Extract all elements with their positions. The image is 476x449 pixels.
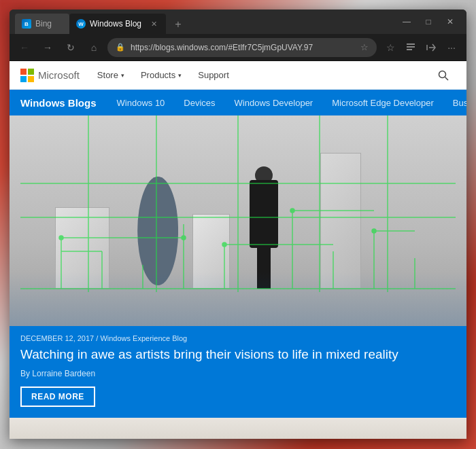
share-button[interactable] [422,38,441,57]
nav-windows10[interactable]: Windows 10 [107,90,175,115]
more-button[interactable]: ··· [442,38,461,57]
address-bar-icons: ☆ [360,42,369,52]
star-icon[interactable]: ☆ [360,42,369,52]
hero-image [10,115,466,326]
title-bar: B Bing W Windows Blog ✕ + — □ ✕ [10,10,466,34]
svg-rect-0 [407,43,415,45]
article-meta: DECEMBER 12, 2017 / Windows Experience B… [20,334,456,342]
svg-point-30 [290,209,294,213]
microsoft-logo-text: Microsoft [38,69,80,81]
nav-edge-developer[interactable]: Microsoft Edge Developer [322,90,443,115]
blogs-title[interactable]: Windows Blogs [10,97,107,109]
tab-windows-blog[interactable]: W Windows Blog ✕ [69,14,166,34]
nav-products[interactable]: Products ▾ [134,61,188,90]
ms-square-yellow [28,76,34,82]
address-bar-row: ← → ↻ ⌂ 🔒 https://blogs.windows.com/#Etl… [10,34,466,61]
home-button[interactable]: ⌂ [84,38,103,57]
next-article-preview [10,418,466,439]
browser-window: B Bing W Windows Blog ✕ + — □ ✕ ← → ↻ ⌂ … [10,10,466,439]
close-button[interactable]: ✕ [439,12,461,31]
lock-icon: 🔒 [116,43,125,52]
ms-nav: Store ▾ Products ▾ Support [90,61,420,90]
tab-windows-blog-label: Windows Blog [90,19,141,29]
toolbar-icons: ☆ ··· [381,38,461,57]
window-controls: — □ ✕ [396,12,461,31]
bing-favicon-icon: B [22,19,31,29]
new-tab-button[interactable]: + [169,15,188,34]
tab-bing-label: Bing [35,19,52,29]
ms-header: Microsoft Store ▾ Products ▾ Support [10,61,466,90]
url-text: https://blogs.windows.com/#Etlfr7C5jmGpU… [131,43,355,52]
back-button[interactable]: ← [15,38,34,57]
microsoft-logo-squares [20,69,34,82]
webpage-content: Microsoft Store ▾ Products ▾ Support [10,61,466,439]
read-more-button[interactable]: READ MORE [20,387,95,407]
ms-square-red [20,69,27,75]
ms-square-green [28,69,34,75]
svg-point-31 [372,229,376,233]
maximize-button[interactable]: □ [418,12,439,31]
nav-devices[interactable]: Devices [174,90,224,115]
ms-square-blue [20,76,27,82]
article-author: By Lorraine Bardeen [20,369,456,378]
store-chevron-icon: ▾ [121,72,124,79]
article-info: DECEMBER 12, 2017 / Windows Experience B… [10,326,466,418]
nav-support[interactable]: Support [191,61,236,90]
svg-rect-2 [407,49,412,50]
svg-point-27 [59,236,63,240]
nav-windows-developer[interactable]: Windows Developer [225,90,323,115]
bottom-preview-section [10,418,466,439]
article-blog-name: Windows Experience Blog [100,334,187,342]
hero-gradient-overlay [10,272,466,326]
svg-line-4 [445,77,449,80]
microsoft-logo[interactable]: Microsoft [20,69,80,82]
blogs-nav: Windows Blogs Windows 10 Devices Windows… [10,90,466,115]
minimize-button[interactable]: — [396,12,418,31]
products-chevron-icon: ▾ [178,72,182,79]
nav-store[interactable]: Store ▾ [90,61,131,90]
svg-rect-1 [407,46,415,48]
tab-bing[interactable]: B Bing [15,14,69,34]
tab-area: B Bing W Windows Blog ✕ + [15,10,390,34]
article-date: DECEMBER 12, 2017 [20,334,94,342]
article-title: Watching in awe as artists bring their v… [20,346,456,363]
forward-button[interactable]: → [38,38,57,57]
tab-close-button[interactable]: ✕ [148,18,159,29]
hero-image-section [10,115,466,326]
refresh-button[interactable]: ↻ [61,38,80,57]
favorites-button[interactable]: ☆ [381,38,400,57]
svg-point-28 [182,236,186,240]
ms-search-button[interactable] [431,63,456,88]
nav-business[interactable]: Business [443,90,466,115]
reading-list-button[interactable] [401,38,420,57]
svg-point-29 [222,243,226,247]
blogs-nav-items: Windows 10 Devices Windows Developer Mic… [107,90,466,115]
svg-point-3 [439,71,446,77]
address-bar[interactable]: 🔒 https://blogs.windows.com/#Etlfr7C5jmG… [107,38,377,57]
windows-blog-favicon-icon: W [76,19,86,29]
